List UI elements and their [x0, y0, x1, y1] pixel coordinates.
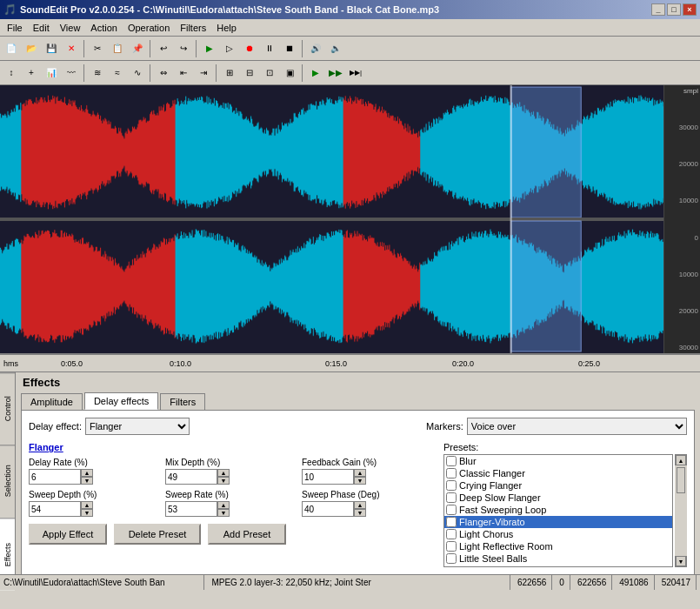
menu-operation[interactable]: Operation: [123, 21, 175, 35]
sweep-phase-input[interactable]: [302, 501, 354, 517]
preset-little-steel-balls[interactable]: Little Steel Balls: [444, 552, 672, 565]
side-tab-selection[interactable]: Selection: [0, 445, 15, 517]
preset-deep-slow-flanger-check[interactable]: [446, 492, 457, 503]
preset-light-chorus[interactable]: Light Chorus: [444, 528, 672, 540]
tb-copy[interactable]: 📋: [108, 39, 127, 58]
tb-stop[interactable]: ⏹: [280, 39, 299, 58]
scroll-down[interactable]: ▼: [676, 556, 686, 566]
menu-action[interactable]: Action: [85, 21, 123, 35]
delay-effect-select[interactable]: Flanger Echo Reverb Chorus: [85, 418, 190, 435]
tb2-13[interactable]: ⊡: [260, 64, 279, 83]
waveform-container[interactable]: smpl 30000 20000 10000 0 10000 20000 300…: [0, 85, 700, 355]
delay-rate-input[interactable]: [29, 469, 81, 485]
sweep-depth-down[interactable]: ▼: [81, 509, 93, 517]
tb-fx1[interactable]: 🔊: [306, 39, 325, 58]
preset-crying-flanger-check[interactable]: [446, 480, 457, 491]
preset-little-steel-balls-check[interactable]: [446, 553, 457, 564]
tb-redo[interactable]: ↪: [174, 39, 193, 58]
tb2-10[interactable]: ⇥: [194, 64, 213, 83]
preset-flanger-vibrato-check[interactable]: [446, 517, 457, 527]
preset-flanger-vibrato[interactable]: Flanger-Vibrato: [444, 516, 672, 528]
sweep-depth-input[interactable]: [29, 501, 81, 517]
maximize-button[interactable]: □: [667, 3, 681, 16]
tb2-12[interactable]: ⊟: [240, 64, 259, 83]
scroll-up[interactable]: ▲: [676, 455, 686, 465]
menu-help[interactable]: Help: [211, 21, 242, 35]
tb-open[interactable]: 📂: [22, 39, 41, 58]
tb2-6[interactable]: ≈: [108, 64, 127, 83]
markers-select[interactable]: Voice over None: [467, 418, 687, 435]
tb2-1[interactable]: ↕: [2, 64, 21, 83]
mix-depth-input[interactable]: [165, 469, 217, 485]
preset-fast-sweeping-loop[interactable]: Fast Sweeping Loop: [444, 504, 672, 516]
tb-new[interactable]: 📄: [2, 39, 21, 58]
tb2-4[interactable]: 〰: [62, 64, 81, 83]
preset-light-chorus-check[interactable]: [446, 529, 457, 539]
close-button[interactable]: ×: [683, 3, 697, 16]
tab-delay-effects[interactable]: Delay effects: [84, 392, 158, 410]
menu-view[interactable]: View: [55, 21, 86, 35]
sep8: [302, 64, 303, 82]
mix-depth-down[interactable]: ▼: [217, 477, 230, 485]
tab-amplitude[interactable]: Amplitude: [21, 393, 83, 410]
menu-file[interactable]: File: [2, 21, 28, 35]
delay-rate-down[interactable]: ▼: [81, 477, 93, 485]
tb2-17[interactable]: ▶▶|: [346, 64, 365, 83]
preset-deep-slow-flanger[interactable]: Deep Slow Flanger: [444, 492, 672, 504]
feedback-gain-input[interactable]: [302, 469, 354, 485]
tb-record[interactable]: ⏺: [240, 39, 259, 58]
sweep-rate-input[interactable]: [165, 501, 217, 517]
tb2-8[interactable]: ⇔: [154, 64, 173, 83]
tb-play[interactable]: ▶: [200, 39, 219, 58]
feedback-gain-down[interactable]: ▼: [354, 477, 366, 485]
tb2-5[interactable]: ≋: [88, 64, 107, 83]
preset-classic-flanger-check[interactable]: [446, 468, 457, 478]
tb2-2[interactable]: +: [22, 64, 41, 83]
apply-effect-button[interactable]: Apply Effect: [29, 524, 107, 545]
menu-filters[interactable]: Filters: [175, 21, 211, 35]
add-preset-button[interactable]: Add Preset: [208, 524, 286, 545]
preset-blur-check[interactable]: [446, 456, 457, 466]
side-tab-control[interactable]: Control: [0, 372, 15, 445]
preset-classic-flanger[interactable]: Classic Flanger: [444, 467, 672, 479]
time-4: 0:25.0: [578, 359, 600, 368]
sep1: [83, 40, 85, 57]
tb-cut[interactable]: ✂: [88, 39, 107, 58]
menu-edit[interactable]: Edit: [28, 21, 55, 35]
tab-filters[interactable]: Filters: [160, 393, 205, 410]
tb-close[interactable]: ✕: [62, 39, 81, 58]
tb-undo[interactable]: ↩: [154, 39, 173, 58]
sweep-phase-up[interactable]: ▲: [354, 501, 366, 509]
preset-fast-sweeping-loop-check[interactable]: [446, 505, 457, 515]
presets-list[interactable]: Blur Classic Flanger Crying Flanger Deep…: [443, 454, 673, 567]
tb-pause[interactable]: ⏸: [260, 39, 279, 58]
delete-preset-button[interactable]: Delete Preset: [114, 524, 201, 545]
sweep-depth-up[interactable]: ▲: [81, 501, 93, 509]
tb2-3[interactable]: 📊: [42, 64, 61, 83]
presets-scrollbar[interactable]: ▲ ▼: [675, 454, 687, 567]
tb2-15[interactable]: ▶: [306, 64, 325, 83]
tb-fx2[interactable]: 🔈: [326, 39, 345, 58]
feedback-gain-up[interactable]: ▲: [354, 469, 366, 477]
tb2-11[interactable]: ⊞: [220, 64, 239, 83]
preset-light-reflective-room-check[interactable]: [446, 541, 457, 552]
waveform-canvas[interactable]: [0, 85, 700, 353]
tb-save[interactable]: 💾: [42, 39, 61, 58]
preset-light-reflective-room[interactable]: Light Reflective Room: [444, 540, 672, 552]
preset-crying-flanger[interactable]: Crying Flanger: [444, 479, 672, 492]
preset-blur[interactable]: Blur: [444, 455, 672, 467]
scroll-thumb[interactable]: [677, 467, 685, 493]
tb2-16[interactable]: ▶▶: [326, 64, 345, 83]
mix-depth-up[interactable]: ▲: [217, 469, 230, 477]
tb2-9[interactable]: ⇤: [174, 64, 193, 83]
tb-paste[interactable]: 📌: [128, 39, 147, 58]
tb-play-sel[interactable]: ▷: [220, 39, 239, 58]
effects-panel-wrapper: Control Selection Effects Effects Amplit…: [0, 372, 700, 590]
sweep-rate-down[interactable]: ▼: [217, 509, 230, 517]
delay-rate-up[interactable]: ▲: [81, 469, 93, 477]
tb2-14[interactable]: ▣: [280, 64, 299, 83]
tb2-7[interactable]: ∿: [128, 64, 147, 83]
minimize-button[interactable]: _: [651, 3, 665, 16]
sweep-phase-down[interactable]: ▼: [354, 509, 366, 517]
sweep-rate-up[interactable]: ▲: [217, 501, 230, 509]
